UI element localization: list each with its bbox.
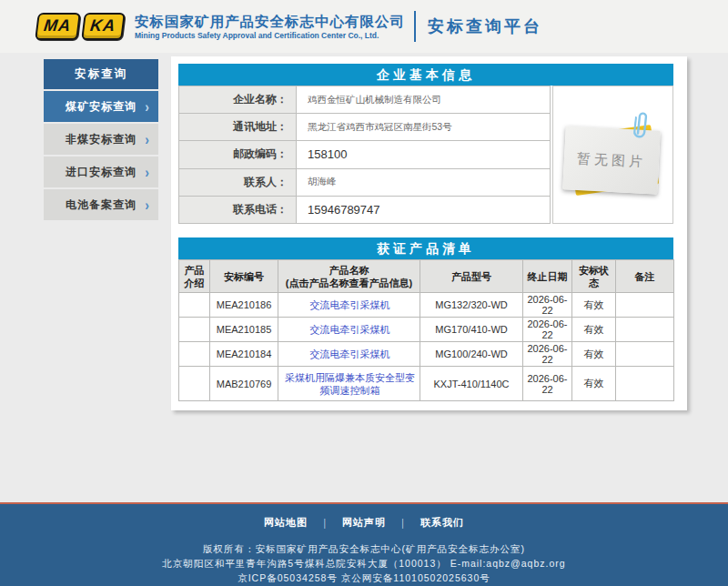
- product-intro-cell: [179, 367, 210, 401]
- org-name-en: Mining Products Safety Approval and Cert…: [135, 30, 405, 41]
- info-label: 联系电话：: [179, 196, 297, 223]
- footer-copyright: 版权所有：安标国家矿用产品安全标志中心(矿用产品安全标志办公室) 北京朝阳区和平…: [0, 541, 728, 585]
- info-label: 企业名称：: [179, 86, 297, 114]
- chevron-right-icon: ›: [145, 154, 150, 189]
- no-image-text: 暂无图片: [577, 150, 647, 171]
- product-row: MEA210185 交流电牵引采煤机 MG170/410-WD 2026-06-…: [179, 318, 674, 342]
- product-intro-cell: [179, 293, 210, 318]
- expiry-date: 2026-06-22: [523, 293, 572, 318]
- info-label: 邮政编码：: [179, 141, 297, 168]
- info-row-company-name: 企业名称： 鸡西金恒矿山机械制造有限公司: [179, 86, 551, 114]
- product-model: MG170/410-WD: [420, 318, 523, 342]
- product-list-section-title: 获证产品清单: [178, 237, 673, 259]
- cert-number: MEA210184: [210, 342, 278, 367]
- platform-title: 安标查询平台: [428, 15, 542, 37]
- product-model: MG132/320-WD: [420, 293, 523, 318]
- site-footer: 网站地图 ｜ 网站声明 ｜ 联系我们 版权所有：安标国家矿用产品安全标志中心(矿…: [0, 504, 728, 586]
- sidebar-item-label: 进口安标查询: [66, 166, 136, 178]
- info-row-phone: 联系电话： 15946789747: [179, 196, 551, 223]
- sidebar-nav: 安标查询 煤矿安标查询 › 非煤安标查询 › 进口安标查询 › 电池备案查询 ›: [44, 59, 158, 222]
- address-value: 黑龙江省鸡西市鸡冠区南星街53号: [297, 114, 551, 141]
- col-header-name-line1: 产品名称: [280, 264, 418, 277]
- chevron-right-icon: ›: [145, 88, 150, 124]
- product-row: MEA210186 交流电牵引采煤机 MG132/320-WD 2026-06-…: [179, 293, 674, 318]
- product-model: KXJT-410/1140C: [420, 367, 523, 401]
- company-info-body: 企业名称： 鸡西金恒矿山机械制造有限公司 通讯地址： 黑龙江省鸡西市鸡冠区南星街…: [178, 86, 673, 224]
- product-table-header-row: 产品介绍 安标编号 产品名称 (点击产品名称查看产品信息) 产品型号 终止日期 …: [179, 260, 674, 293]
- sidebar-item-label: 非煤安标查询: [66, 133, 136, 146]
- cert-number: MAB210769: [210, 367, 278, 401]
- copyright-line1: 版权所有：安标国家矿用产品安全标志中心(矿用产品安全标志办公室): [0, 541, 728, 556]
- footer-link-statement[interactable]: 网站声明: [342, 517, 386, 528]
- col-header-intro: 产品介绍: [179, 260, 210, 293]
- remark-cell: [616, 293, 674, 318]
- cert-status: 有效: [572, 293, 616, 318]
- main-content-panel: 企业基本信息 企业名称： 鸡西金恒矿山机械制造有限公司 通讯地址： 黑龙江省鸡西…: [171, 56, 687, 410]
- cert-status: 有效: [572, 342, 616, 367]
- col-header-name-hint: (点击产品名称查看产品信息): [280, 277, 418, 289]
- expiry-date: 2026-06-22: [523, 367, 572, 401]
- header-divider: [414, 11, 416, 42]
- expiry-date: 2026-06-22: [523, 318, 572, 342]
- logo-ka-badge: KA: [81, 13, 126, 40]
- product-name-link[interactable]: 交流电牵引采煤机: [310, 299, 390, 310]
- col-header-cert-number: 安标编号: [210, 260, 278, 293]
- paperclip-icon: [632, 109, 650, 139]
- col-header-remark: 备注: [616, 260, 674, 293]
- sidebar-item-import-query[interactable]: 进口安标查询 ›: [44, 157, 158, 187]
- site-header: MA KA 安标国家矿用产品安全标志中心有限公司 Mining Products…: [0, 0, 728, 53]
- sidebar-title: 安标查询: [44, 59, 158, 89]
- sidebar-item-noncoal-query[interactable]: 非煤安标查询 ›: [44, 124, 158, 155]
- remark-cell: [616, 342, 674, 367]
- sidebar-item-battery-query[interactable]: 电池备案查询 ›: [44, 189, 158, 220]
- remark-cell: [616, 318, 674, 342]
- cert-number: MEA210186: [210, 293, 278, 318]
- cert-status: 有效: [572, 318, 616, 342]
- cert-number: MEA210185: [210, 318, 278, 342]
- product-intro-cell: [179, 318, 210, 342]
- product-name-link[interactable]: 采煤机用隔爆兼本质安全型变频调速控制箱: [285, 372, 415, 396]
- product-model: MG100/240-WD: [420, 342, 523, 367]
- product-intro-cell: [179, 342, 210, 367]
- copyright-line3: 京ICP备05034258号 京公网安备11010502025630号: [0, 571, 728, 585]
- footer-link-contact[interactable]: 联系我们: [420, 517, 464, 528]
- product-row: MAB210769 采煤机用隔爆兼本质安全型变频调速控制箱 KXJT-410/1…: [179, 367, 674, 401]
- info-row-contact: 联系人： 胡海峰: [179, 168, 551, 196]
- org-name-cn: 安标国家矿用产品安全标志中心有限公司: [135, 13, 405, 30]
- footer-link-separator: ｜: [398, 517, 409, 528]
- col-header-model: 产品型号: [420, 260, 523, 293]
- info-row-address: 通讯地址： 黑龙江省鸡西市鸡冠区南星街53号: [179, 114, 551, 141]
- info-label: 通讯地址：: [179, 114, 297, 141]
- sidebar-item-coal-query[interactable]: 煤矿安标查询 ›: [44, 91, 158, 122]
- remark-cell: [616, 367, 674, 401]
- contact-value: 胡海峰: [297, 168, 551, 196]
- logo-ma-badge: MA: [35, 13, 81, 40]
- col-header-product-name: 产品名称 (点击产品名称查看产品信息): [278, 260, 420, 293]
- company-info-table: 企业名称： 鸡西金恒矿山机械制造有限公司 通讯地址： 黑龙江省鸡西市鸡冠区南星街…: [178, 86, 551, 224]
- sidebar-item-label: 煤矿安标查询: [66, 100, 136, 113]
- product-row: MEA210184 交流电牵引采煤机 MG100/240-WD 2026-06-…: [179, 342, 674, 367]
- info-label: 联系人：: [179, 168, 297, 196]
- chevron-right-icon: ›: [145, 187, 150, 222]
- company-info-section-title: 企业基本信息: [178, 64, 673, 86]
- footer-links: 网站地图 ｜ 网站声明 ｜ 联系我们: [0, 516, 728, 530]
- sidebar-item-label: 电池备案查询: [66, 198, 136, 211]
- col-header-status: 安标状态: [572, 260, 616, 293]
- product-name-link[interactable]: 交流电牵引采煤机: [310, 349, 390, 359]
- footer-link-sitemap[interactable]: 网站地图: [264, 517, 308, 528]
- chevron-right-icon: ›: [145, 121, 150, 157]
- copyright-line2: 北京朝阳区和平里青年沟路5号煤科总院安科大厦（100013） E-mail:aq…: [0, 556, 728, 571]
- expiry-date: 2026-06-22: [523, 342, 572, 367]
- product-list-table: 产品介绍 安标编号 产品名称 (点击产品名称查看产品信息) 产品型号 终止日期 …: [178, 259, 674, 401]
- product-name-link[interactable]: 交流电牵引采煤机: [310, 324, 390, 335]
- org-title-block: 安标国家矿用产品安全标志中心有限公司 Mining Products Safet…: [135, 13, 405, 41]
- col-header-expiry: 终止日期: [523, 260, 572, 293]
- footer-link-separator: ｜: [319, 517, 330, 528]
- company-name-value: 鸡西金恒矿山机械制造有限公司: [297, 86, 551, 114]
- info-row-postcode: 邮政编码： 158100: [179, 141, 551, 168]
- postcode-value: 158100: [297, 141, 551, 168]
- phone-value: 15946789747: [297, 196, 551, 223]
- no-image-placeholder: 暂无图片: [552, 86, 673, 224]
- cert-status: 有效: [572, 367, 616, 401]
- maka-logo: MA KA: [36, 13, 124, 40]
